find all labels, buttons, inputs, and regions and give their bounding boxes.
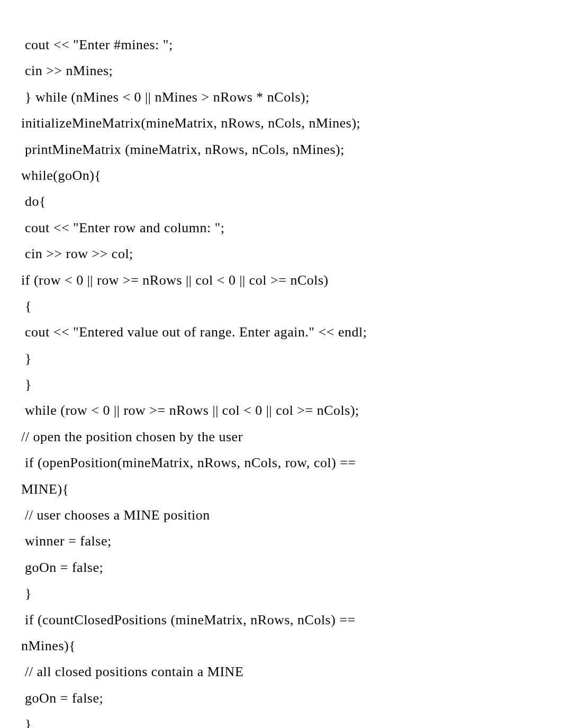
- code-line: goOn = false;: [21, 554, 541, 580]
- code-line: cout << "Entered value out of range. Ent…: [21, 319, 541, 345]
- code-line: // all closed positions contain a MINE: [21, 659, 541, 685]
- code-line: initializeMineMatrix(mineMatrix, nRows, …: [21, 110, 541, 136]
- code-line: cin >> nMines;: [21, 58, 541, 84]
- code-line: printMineMatrix (mineMatrix, nRows, nCol…: [21, 136, 541, 162]
- code-line: }: [21, 580, 541, 606]
- code-line: {: [21, 293, 541, 319]
- code-line: }: [21, 371, 541, 397]
- code-line: goOn = false;: [21, 685, 541, 711]
- code-line: // open the position chosen by the user: [21, 424, 541, 450]
- code-line: while (row < 0 || row >= nRows || col < …: [21, 397, 541, 423]
- code-line: while(goOn){: [21, 162, 541, 188]
- code-line: if (row < 0 || row >= nRows || col < 0 |…: [21, 267, 541, 293]
- code-line: cout << "Enter #mines: ";: [21, 32, 541, 58]
- code-line: } while (nMines < 0 || nMines > nRows * …: [21, 84, 541, 110]
- code-line: MINE){: [21, 476, 541, 502]
- code-line: do{: [21, 188, 541, 214]
- code-line: if (openPosition(mineMatrix, nRows, nCol…: [21, 450, 541, 476]
- code-line: // user chooses a MINE position: [21, 502, 541, 528]
- code-line: }: [21, 345, 541, 371]
- code-line: cin >> row >> col;: [21, 241, 541, 267]
- code-line: nMines){: [21, 633, 541, 659]
- code-line: }: [21, 711, 541, 728]
- code-line: cout << "Enter row and column: ";: [21, 215, 541, 241]
- code-line: winner = false;: [21, 528, 541, 554]
- code-line: if (countClosedPositions (mineMatrix, nR…: [21, 607, 541, 633]
